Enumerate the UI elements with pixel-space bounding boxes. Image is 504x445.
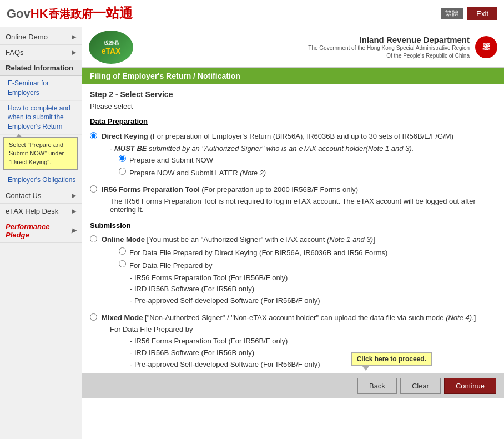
must-be-label: MUST BE: [114, 144, 147, 153]
arrow-icon-online-demo: ▶: [72, 33, 76, 41]
ird-dept-sub2: Of the People's Republic of China: [308, 52, 470, 60]
radio-online-direct-keying[interactable]: [119, 247, 126, 255]
step-header: Step 2 - Select Service: [82, 84, 504, 101]
online-sub-direct-keying-row: For Data File Prepared by Direct Keying …: [119, 247, 496, 259]
online-prepared-label: For Data File Prepared by: [129, 260, 213, 271]
tooltip-text: Select "Prepare and Submit NOW" under "D…: [9, 141, 64, 165]
exit-btn[interactable]: Exit: [467, 7, 497, 20]
prepare-submit-now-label: Prepare and Submit NOW: [129, 155, 213, 166]
main-layout: Online Demo ▶ FAQs ▶ Related Information…: [0, 27, 504, 439]
taxeasy-label: 稅務易: [104, 39, 119, 47]
note-2-label: (Note 2): [240, 169, 266, 177]
ird-header: 稅務易 eTAX Inland Revenue Department The G…: [82, 27, 504, 68]
continue-button[interactable]: Continue: [444, 378, 496, 394]
option-ir56-tool: IR56 Forms Preparation Tool (For prepara…: [90, 184, 496, 195]
sidebar-item-performance-pledge[interactable]: Performance Pledge ▶: [0, 219, 82, 243]
sidebar: Online Demo ▶ FAQs ▶ Related Information…: [0, 27, 82, 439]
sidebar-sub-how-complete[interactable]: How to complete and when to submit the E…: [0, 101, 82, 135]
radio-direct-keying[interactable]: [90, 132, 97, 139]
clear-button[interactable]: Clear: [400, 378, 441, 394]
sidebar-sub-obligations[interactable]: Employer's Obligations: [0, 173, 82, 188]
ird-logo: 稅務易 eTAX: [89, 31, 133, 64]
mixed-indent-items: - IR56 Forms Preparation Tool (For IR56B…: [130, 336, 496, 370]
ird-dept-sub1: The Government of the Hong Kong Special …: [308, 44, 470, 52]
prepare-submit-later-row: Prepare NOW and Submit LATER (Note 2): [119, 168, 496, 179]
arrow-icon-faqs: ▶: [72, 49, 76, 56]
logo-chinese: 香港政府: [48, 8, 93, 20]
online-mode-label: Online Mode [You must be an "Authorized …: [102, 234, 375, 245]
logo-yizitong: 一站通: [93, 6, 133, 21]
data-preparation-options: Direct Keying (For preparation of Employ…: [82, 128, 504, 219]
top-right-controls: 繁體 Exit: [441, 7, 497, 20]
please-select-label: Please select: [82, 101, 504, 115]
ird-dept-name: Inland Revenue Department: [308, 35, 470, 44]
mixed-mode-label: Mixed Mode ["Non-Authorized Signer" / "N…: [102, 312, 476, 323]
prepare-submit-later-label: Prepare NOW and Submit LATER (Note 2): [129, 168, 266, 179]
callout-container: Click here to proceed.: [351, 352, 432, 371]
radio-prepare-submit-now[interactable]: [119, 155, 126, 162]
tooltip-arrow: [16, 134, 22, 138]
sidebar-item-online-demo[interactable]: Online Demo ▶: [0, 29, 82, 45]
sidebar-tooltip: Select "Prepare and Submit NOW" under "D…: [3, 137, 78, 170]
sidebar-item-faqs[interactable]: FAQs ▶: [0, 45, 82, 60]
sidebar-item-etax-help[interactable]: eTAX Help Desk ▶: [0, 204, 82, 219]
direct-keying-strong: Direct Keying: [102, 132, 148, 140]
bottom-actions: Click here to proceed. Back Clear Contin…: [82, 373, 504, 398]
option-mixed-mode: Mixed Mode ["Non-Authorized Signer" / "N…: [90, 312, 496, 323]
ird-emblem: 鑒: [475, 36, 497, 58]
submission-options: Online Mode [You must be an "Authorized …: [82, 232, 504, 373]
online-note-1-3: (Note 1 and 3): [327, 235, 373, 244]
logo-gov: Gov: [7, 7, 31, 21]
radio-online-mode[interactable]: [90, 235, 97, 242]
sidebar-item-related-info: Related Information: [0, 60, 82, 76]
sidebar-label-online-demo: Online Demo: [6, 33, 48, 41]
sidebar-sub-e-seminar[interactable]: E-Seminar for Employers: [0, 76, 82, 101]
sidebar-label-performance-pledge: Performance Pledge: [6, 222, 72, 239]
sidebar-label-contact-us: Contact Us: [6, 191, 41, 200]
radio-online-prepared[interactable]: [119, 260, 126, 267]
mixed-mode-sub-text: For Data File Prepared by: [110, 325, 496, 333]
trad-btn[interactable]: 繁體: [441, 8, 463, 19]
option-direct-keying: Direct Keying (For preparation of Employ…: [90, 131, 496, 142]
radio-mixed-mode[interactable]: [90, 313, 97, 321]
radio-prepare-submit-later[interactable]: [119, 168, 126, 175]
sub-options-direct-keying: Prepare and Submit NOW Prepare NOW and S…: [119, 155, 496, 179]
callout-box: Click here to proceed.: [351, 352, 432, 366]
green-bar-title: Filing of Employer's Return / Notificati…: [90, 72, 240, 80]
mixed-mode-strong: Mixed Mode: [102, 313, 143, 322]
content-area: 稅務易 eTAX Inland Revenue Department The G…: [82, 27, 504, 439]
arrow-icon-contact-us: ▶: [72, 192, 76, 199]
callout-arrow-icon: [362, 366, 369, 371]
ir56-tool-note: The IR56 Forms Preparation Tool is not r…: [110, 197, 496, 214]
option-online-mode: Online Mode [You must be an "Authorized …: [90, 234, 496, 245]
online-indent-items: - IR56 Forms Preparation Tool (For IR56B…: [130, 272, 496, 307]
online-sub-prepared-by-row: For Data File Prepared by: [119, 260, 496, 271]
direct-keying-label: Direct Keying (For preparation of Employ…: [102, 131, 453, 142]
prepare-submit-now-row: Prepare and Submit NOW: [119, 155, 496, 166]
top-bar: GovHK香港政府一站通 繁體 Exit: [0, 0, 504, 27]
online-mode-sub1: For Data File Prepared by Direct Keying …: [119, 247, 496, 271]
sidebar-label-etax-help: eTAX Help Desk: [6, 207, 58, 215]
direct-keying-note: - MUST BE submitted by an "Authorized Si…: [110, 144, 496, 153]
data-preparation-heading: Data Preparation: [82, 115, 504, 128]
sidebar-item-contact-us[interactable]: Contact Us ▶: [0, 188, 82, 204]
submission-heading: Submission: [82, 219, 504, 232]
back-button[interactable]: Back: [357, 378, 397, 394]
arrow-icon-performance-pledge: ▶: [72, 227, 76, 234]
online-direct-keying-label: For Data File Prepared by Direct Keying …: [129, 247, 387, 259]
ir56-tool-label: IR56 Forms Preparation Tool (For prepara…: [102, 184, 358, 195]
radio-ir56-tool[interactable]: [90, 185, 97, 193]
ird-title-block: Inland Revenue Department The Government…: [308, 35, 470, 60]
ir56-tool-strong: IR56 Forms Preparation Tool: [102, 185, 200, 194]
sidebar-label-faqs: FAQs: [6, 48, 24, 57]
logo-hk: HK: [31, 7, 48, 21]
mixed-note-4: (Note 4): [446, 313, 472, 322]
green-bar: Filing of Employer's Return / Notificati…: [82, 68, 504, 84]
note-1-3: (Note 1 and 3).: [366, 144, 414, 153]
online-mode-strong: Online Mode: [102, 235, 145, 244]
arrow-icon-etax-help: ▶: [72, 208, 76, 215]
etax-label: eTAX: [102, 47, 121, 55]
govhk-logo: GovHK香港政府一站通: [7, 4, 133, 22]
